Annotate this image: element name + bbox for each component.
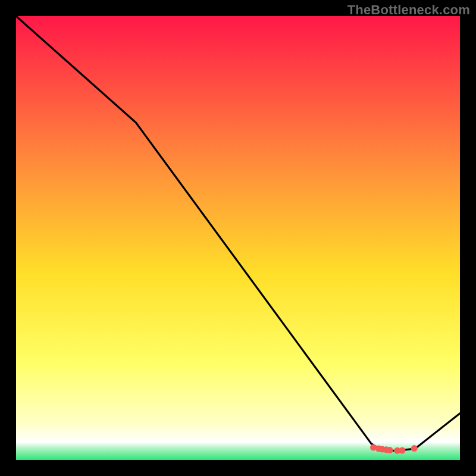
- marker-point: [411, 445, 418, 452]
- marker-point: [399, 447, 406, 454]
- marker-point: [387, 447, 393, 453]
- chart-frame: TheBottleneck.com: [0, 0, 476, 476]
- plot-area: [16, 16, 460, 460]
- gradient-background: [16, 16, 460, 460]
